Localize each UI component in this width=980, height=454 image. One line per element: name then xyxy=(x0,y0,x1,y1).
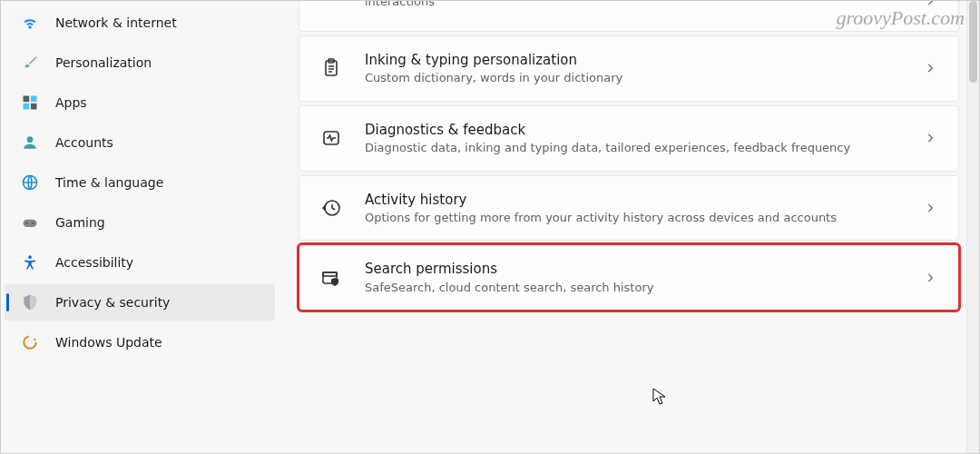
svg-point-4 xyxy=(27,136,34,143)
card-desc: Custom dictionary, words in your diction… xyxy=(365,70,913,86)
chevron-right-icon xyxy=(924,201,938,215)
card-desc: interactions xyxy=(365,1,913,9)
shield-icon xyxy=(21,293,39,311)
clipboard-icon xyxy=(319,56,343,80)
sidebar-item-windows-update[interactable]: Windows Update xyxy=(5,324,275,360)
svg-rect-3 xyxy=(31,104,37,110)
sidebar-item-label: Apps xyxy=(55,95,87,110)
settings-sidebar: Network & internet Personalization Apps … xyxy=(1,1,282,453)
sidebar-item-label: Privacy & security xyxy=(55,295,170,310)
paintbrush-icon xyxy=(21,54,39,72)
sidebar-item-personalization[interactable]: Personalization xyxy=(5,44,275,81)
card-search-permissions[interactable]: Search permissions SafeSearch, cloud con… xyxy=(299,244,959,311)
apps-icon xyxy=(21,94,39,112)
card-activity-history[interactable]: Activity history Options for getting mor… xyxy=(299,175,959,242)
svg-point-9 xyxy=(28,255,32,259)
svg-rect-1 xyxy=(31,96,37,103)
card-title: Inking & typing personalization xyxy=(365,51,913,69)
person-icon xyxy=(21,133,39,152)
settings-main: interactions Inking & typing personaliza… xyxy=(282,1,979,453)
sidebar-item-label: Time & language xyxy=(55,175,163,190)
chevron-right-icon xyxy=(924,1,938,8)
accessibility-icon xyxy=(21,253,39,271)
card-desc: Options for getting more from your activ… xyxy=(365,210,913,226)
svg-rect-16 xyxy=(323,272,337,276)
sidebar-item-label: Gaming xyxy=(55,215,105,230)
gamepad-icon xyxy=(21,213,39,232)
card-desc: SafeSearch, cloud content search, search… xyxy=(365,280,913,296)
search-permissions-icon xyxy=(319,266,343,290)
speech-icon xyxy=(319,1,343,13)
chevron-right-icon xyxy=(924,131,938,145)
card-title: Search permissions xyxy=(365,260,913,278)
svg-point-7 xyxy=(26,222,28,224)
sidebar-item-gaming[interactable]: Gaming xyxy=(5,204,275,241)
chevron-right-icon xyxy=(924,271,938,285)
sidebar-item-apps[interactable]: Apps xyxy=(5,84,275,121)
sidebar-item-label: Accounts xyxy=(55,135,113,150)
card-desc: Diagnostic data, inking and typing data,… xyxy=(365,140,913,156)
svg-point-8 xyxy=(32,222,34,224)
card-diagnostics-feedback[interactable]: Diagnostics & feedback Diagnostic data, … xyxy=(299,105,959,172)
card-speech[interactable]: interactions xyxy=(299,1,959,32)
card-title: Diagnostics & feedback xyxy=(365,121,913,139)
scrollbar[interactable] xyxy=(966,1,979,453)
sidebar-item-label: Accessibility xyxy=(55,255,133,270)
update-icon xyxy=(21,333,39,351)
svg-rect-0 xyxy=(24,96,30,103)
sidebar-item-label: Windows Update xyxy=(55,335,162,350)
wifi-icon xyxy=(21,14,39,32)
sidebar-item-accessibility[interactable]: Accessibility xyxy=(5,244,275,281)
sidebar-item-label: Personalization xyxy=(55,55,152,70)
chevron-right-icon xyxy=(924,61,938,75)
sidebar-item-label: Network & internet xyxy=(55,15,177,30)
sidebar-item-accounts[interactable]: Accounts xyxy=(5,124,275,161)
sidebar-item-network[interactable]: Network & internet xyxy=(5,5,275,41)
scrollbar-thumb[interactable] xyxy=(969,1,977,83)
sidebar-item-time-language[interactable]: Time & language xyxy=(5,164,275,201)
globe-clock-icon xyxy=(21,173,39,192)
svg-rect-2 xyxy=(24,104,30,110)
card-title: Activity history xyxy=(365,191,913,209)
svg-point-10 xyxy=(24,336,35,348)
svg-rect-6 xyxy=(24,220,37,227)
card-inking-typing[interactable]: Inking & typing personalization Custom d… xyxy=(299,35,959,102)
history-icon xyxy=(319,196,343,220)
sidebar-item-privacy-security[interactable]: Privacy & security xyxy=(5,284,275,321)
diagnostics-icon xyxy=(319,126,343,150)
